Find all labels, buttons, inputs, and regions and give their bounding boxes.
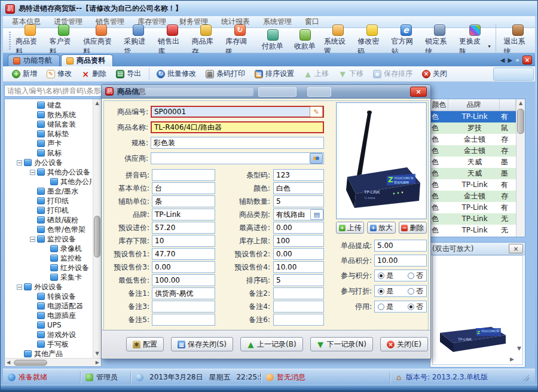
field-input[interactable]: 台 — [152, 182, 215, 194]
product-image-frame[interactable]: TP-LINK TL-R406 Z YOUCOMCN 有优电脑网 — [336, 102, 427, 219]
radio-icon[interactable] — [408, 272, 414, 279]
tree-item[interactable]: 打印纸 — [6, 196, 91, 206]
column-partial[interactable] — [500, 99, 516, 111]
tree-item[interactable]: UPS — [6, 320, 91, 330]
table-row[interactable]: 色 TP-Link 有 — [430, 202, 516, 213]
pick-category-icon[interactable]: ▤ — [310, 209, 323, 220]
tree-item[interactable]: 办公设备 — [6, 158, 91, 167]
tree-item[interactable]: 外设设备 — [6, 282, 91, 292]
tree-item[interactable]: 色带/色带架 — [6, 225, 91, 234]
tab[interactable]: 商品资料 — [61, 54, 113, 66]
title-bar[interactable]: 易 易特进销存商贸版--【请修改为自己的公司名称！】 — [1, 1, 537, 16]
toolbar-button[interactable]: e 官方网站 — [389, 24, 423, 57]
dialog-button[interactable]: ▼ 下一记录(N) — [310, 337, 373, 351]
column-color[interactable]: 颜色 — [430, 99, 448, 111]
tree-item[interactable]: 其他产品 — [6, 349, 91, 357]
table-row[interactable]: 色 天威 墨 — [430, 157, 516, 168]
tree-item[interactable]: 电源适配器 — [6, 301, 91, 311]
category-search-input[interactable]: 请输入编号\名称\拼音码\条形码 — [4, 85, 102, 97]
tree-item[interactable]: 监控设备 — [6, 234, 91, 244]
toolbar-button[interactable]: 修改密码 — [355, 24, 389, 57]
action-button[interactable]: ↻ 批量修改 — [149, 68, 200, 80]
action-button[interactable]: ▤ 导出 — [112, 68, 145, 80]
tree-item[interactable]: 硒鼓/碳粉 — [6, 215, 91, 225]
scrollbar-thumb[interactable] — [14, 360, 47, 366]
action-button[interactable]: ▪ 保存排序 — [369, 68, 417, 80]
radio-icon[interactable] — [378, 288, 384, 295]
field-input[interactable] — [152, 314, 215, 326]
message-status[interactable]: 暂无消息 — [277, 372, 305, 382]
preview-close-icon[interactable]: × — [509, 244, 523, 253]
column-brand[interactable]: 品牌 — [448, 99, 500, 111]
action-button[interactable]: ▦ 排序设置 — [250, 68, 298, 80]
tree-expander-icon[interactable] — [30, 170, 35, 175]
action-button[interactable]: + 新增 — [8, 68, 41, 80]
toolbar-button[interactable]: 供应商资料 — [81, 24, 121, 57]
image-action-button[interactable]: + 上传 — [336, 222, 364, 234]
tree-item[interactable]: 录像机 — [6, 244, 91, 253]
tab-overflow-icon[interactable]: » — [515, 56, 519, 64]
tab[interactable]: 功能导航 — [8, 54, 60, 66]
scroll-right-icon[interactable]: ▶ — [510, 356, 514, 362]
table-row[interactable]: 色 TP-Link 有 — [430, 179, 516, 191]
field-input[interactable]: TL-R406/4口/路由器 — [151, 121, 324, 133]
toolbar-button[interactable]: 采购进货 — [121, 24, 155, 57]
tree-item[interactable]: 鼠标 — [6, 148, 91, 158]
field-input[interactable]: 5.00 — [374, 240, 427, 252]
table-row[interactable]: 色 金士顿 存 — [430, 145, 516, 157]
radio-icon[interactable] — [408, 288, 414, 295]
radio-icon[interactable] — [378, 304, 384, 310]
action-button[interactable]: ▥ 条码打印 — [201, 68, 249, 80]
dialog-title-bar[interactable]: 易 商品信息 × — [101, 84, 431, 99]
radio-option-yes[interactable]: 是 — [378, 302, 393, 312]
tree-item[interactable]: 散热系统 — [6, 110, 91, 120]
tab-close-icon[interactable]: × — [522, 56, 532, 65]
toolbar-button[interactable]: 收款单 — [289, 29, 322, 52]
action-button[interactable]: ▲ 上移 — [299, 68, 333, 80]
table-vertical-scrollbar[interactable]: ▲ — [516, 99, 525, 237]
tree-expander-icon[interactable] — [17, 160, 22, 166]
tree-item[interactable]: 其他办公设备 — [6, 167, 91, 177]
scroll-up-icon[interactable]: ▲ — [93, 99, 101, 108]
tree-item[interactable]: 墨盒/墨水 — [6, 186, 91, 196]
dialog-button[interactable]: ▲ 上一记录(B) — [240, 337, 303, 351]
preview-image[interactable]: TP-LINK Z YOUCOMCN ▼ ▶ — [432, 255, 523, 365]
image-action-button[interactable]: − 删除 — [399, 222, 427, 234]
dialog-close-icon[interactable]: × — [410, 87, 427, 97]
scrollbar-thumb[interactable] — [517, 109, 524, 134]
action-button[interactable]: ✎ 修改 — [42, 68, 76, 80]
tree-vertical-scrollbar[interactable]: ▲ ▼ — [93, 99, 101, 358]
field-input[interactable]: 57.20 — [152, 222, 215, 234]
toolbar-button[interactable]: ↻ 库存调拨 — [223, 24, 257, 57]
radio-icon[interactable] — [408, 304, 414, 310]
radio-icon[interactable] — [378, 272, 384, 279]
tree-item[interactable]: 手写板 — [6, 339, 91, 349]
tree-item[interactable]: 采集卡 — [6, 272, 91, 282]
scroll-right-icon[interactable]: ▶ — [96, 360, 99, 365]
toolbar-button[interactable]: 商品库存 — [189, 24, 223, 57]
radio-option-yes[interactable]: 是 — [378, 286, 393, 296]
toolbar-button[interactable]: 销售出库 — [155, 24, 189, 57]
action-button[interactable]: × 删除 — [77, 68, 111, 80]
tree-item[interactable]: 其他办公用品 — [6, 177, 91, 186]
table-row[interactable]: 色 金士顿 存 — [430, 134, 516, 145]
tree-expander-icon[interactable] — [17, 284, 22, 290]
table-row[interactable]: 色 金士顿 存 — [430, 191, 516, 202]
radio-option-no[interactable]: 否 — [408, 302, 423, 312]
radio-option-yes[interactable]: 是 — [378, 271, 393, 281]
scroll-left-icon[interactable]: ◀ — [7, 360, 10, 365]
toolbar-button[interactable]: 退出系统 — [496, 24, 535, 57]
table-row[interactable]: 色 TP-Link 无 — [430, 225, 516, 236]
tab-scroll-right-icon[interactable]: ▶ — [508, 57, 513, 63]
pick-supplier-icon[interactable] — [310, 153, 323, 164]
radio-option-no[interactable]: 否 — [408, 271, 423, 281]
table-row[interactable]: 色 TP-Link 有 — [430, 111, 516, 122]
tree-item[interactable]: 声卡 — [6, 139, 91, 148]
action-button[interactable]: × 关闭 — [418, 68, 451, 80]
field-input[interactable]: 10.00 — [374, 255, 427, 267]
field-input[interactable]: 123 — [273, 169, 324, 181]
tree-horizontal-scrollbar[interactable]: ◀ ▶ — [5, 358, 101, 366]
dialog-button[interactable]: ✱ 配置 — [126, 337, 164, 351]
tree-item[interactable]: 键盘 — [6, 100, 91, 110]
toolbar-button[interactable]: 商品资料 — [13, 24, 47, 57]
